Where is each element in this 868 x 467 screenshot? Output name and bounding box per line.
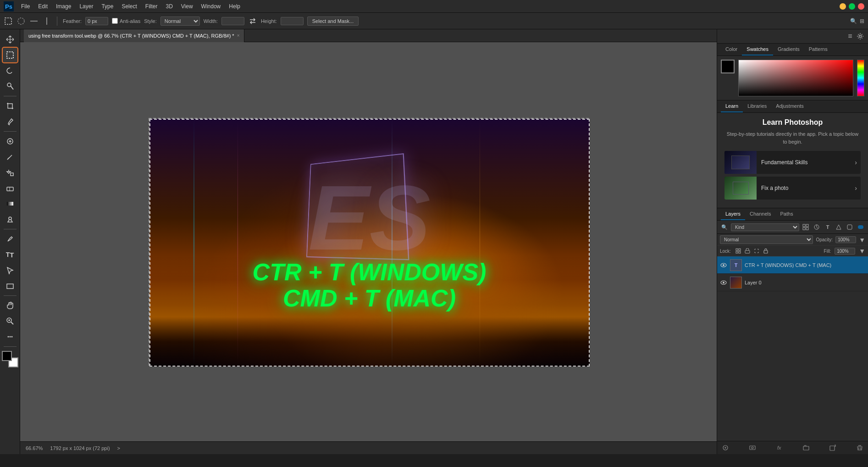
tool-crop[interactable] — [3, 99, 17, 113]
menu-filter[interactable]: Filter — [142, 2, 161, 11]
layer-item-0[interactable]: Layer 0 — [717, 274, 868, 291]
color-hue-bar[interactable] — [857, 60, 864, 96]
tool-eyedropper[interactable] — [3, 114, 17, 129]
feather-input[interactable] — [85, 17, 108, 25]
tool-lasso[interactable] — [3, 63, 17, 78]
adjustment-filter-icon[interactable] — [812, 222, 821, 232]
layer-visibility-text[interactable] — [720, 261, 727, 269]
menu-file[interactable]: File — [17, 2, 33, 11]
tool-rectangle-shape[interactable] — [3, 278, 17, 293]
menu-image[interactable]: Image — [52, 2, 75, 11]
libraries-tab[interactable]: Libraries — [743, 100, 771, 112]
lock-all-icon[interactable] — [762, 247, 769, 255]
tool-zoom[interactable] — [3, 314, 17, 328]
panel-settings-icon[interactable] — [855, 31, 865, 41]
swatches-tab[interactable]: Swatches — [742, 44, 773, 56]
minimize-btn[interactable] — [840, 3, 846, 10]
gradients-tab[interactable]: Gradients — [773, 44, 804, 56]
tool-path-selection[interactable] — [3, 263, 17, 278]
adjustments-tab[interactable]: Adjustments — [771, 100, 808, 112]
tool-gradient[interactable] — [3, 196, 17, 211]
layer-visibility-0[interactable] — [720, 279, 727, 286]
tool-icon-ellipse-marquee[interactable] — [17, 17, 26, 26]
tool-hand[interactable] — [3, 298, 17, 313]
maximize-btn[interactable] — [849, 3, 855, 10]
anti-alias-checkbox[interactable] — [112, 18, 118, 24]
height-input[interactable] — [281, 17, 304, 25]
swap-icon[interactable] — [248, 17, 257, 26]
select-and-mask-button[interactable]: Select and Mask... — [307, 17, 359, 26]
patterns-tab[interactable]: Patterns — [804, 44, 832, 56]
layer-item-text[interactable]: T CTR + T (WINDOWS) CMD + T (MAC) — [717, 256, 868, 274]
menu-view[interactable]: View — [177, 2, 197, 11]
shape-filter-icon[interactable] — [834, 222, 843, 232]
menu-3d[interactable]: 3D — [162, 2, 176, 11]
filter-layers-icon[interactable]: 🔍 — [720, 222, 729, 232]
menu-select[interactable]: Select — [118, 2, 140, 11]
tool-type[interactable]: T T — [3, 247, 17, 262]
lock-pixels-icon[interactable] — [735, 247, 742, 255]
panel-collapse-icon[interactable]: ≡ — [845, 31, 855, 41]
tool-clone[interactable] — [3, 165, 17, 180]
fill-input[interactable] — [835, 248, 855, 255]
menu-layer[interactable]: Layer — [76, 2, 97, 11]
close-btn[interactable] — [858, 3, 864, 10]
add-adjustment-icon[interactable] — [721, 443, 730, 452]
new-group-icon[interactable] — [802, 443, 811, 452]
fill-label: Fill: — [824, 249, 831, 254]
filter-toggle-icon[interactable] — [856, 222, 865, 232]
add-mask-icon[interactable] — [748, 443, 757, 452]
lock-artboard-icon[interactable] — [753, 247, 760, 255]
fg-color-box[interactable] — [2, 351, 12, 361]
kind-select[interactable]: Kind — [731, 223, 799, 231]
learn-card-fix-photo[interactable]: Fix a photo › — [724, 177, 861, 200]
paths-tab[interactable]: Paths — [776, 208, 798, 220]
menu-type[interactable]: Type — [98, 2, 117, 11]
learn-tab[interactable]: Learn — [721, 100, 743, 112]
type-filter-icon[interactable]: T — [823, 222, 832, 232]
canvas-wrapper: ES CTR + T (WINDOWS) CMD + T (MAC) — [149, 118, 589, 366]
tool-icon-single-row[interactable] — [29, 17, 39, 26]
tool-brush[interactable] — [3, 150, 17, 164]
color-tab[interactable]: Color — [721, 44, 742, 56]
foreground-color-swatch[interactable] — [721, 60, 735, 73]
tool-icon-rect-marquee[interactable] — [4, 17, 13, 26]
layers-tab[interactable]: Layers — [721, 208, 745, 220]
tool-eraser[interactable] — [3, 181, 17, 195]
channels-tab[interactable]: Channels — [745, 208, 775, 220]
tool-healing[interactable] — [3, 134, 17, 149]
tool-marquee[interactable] — [3, 48, 17, 62]
new-layer-icon[interactable] — [828, 443, 837, 452]
pixel-filter-icon[interactable] — [801, 222, 810, 232]
color-content — [717, 56, 868, 100]
status-arrow[interactable]: > — [117, 445, 120, 451]
tool-icon-single-col[interactable] — [42, 17, 51, 26]
delete-layer-icon[interactable] — [855, 443, 864, 452]
tool-dodge[interactable] — [3, 212, 17, 227]
tool-extra[interactable] — [3, 329, 17, 344]
learn-card-fundamental[interactable]: Fundamental Skills › — [724, 151, 861, 174]
workspace-icon[interactable]: ⊞ — [860, 18, 864, 24]
width-input[interactable] — [221, 17, 244, 25]
search-icon[interactable]: 🔍 — [850, 18, 857, 24]
tool-pen[interactable] — [3, 232, 17, 246]
menu-edit[interactable]: Edit — [34, 2, 51, 11]
blend-mode-select[interactable]: Normal Dissolve Multiply Screen Overlay — [720, 235, 813, 244]
color-gradient-picker[interactable] — [738, 60, 853, 96]
document-tab[interactable]: using free transform tool.webp @ 66.7% (… — [24, 29, 244, 42]
tab-close-icon[interactable]: × — [237, 33, 240, 38]
smart-obj-filter-icon[interactable] — [845, 222, 854, 232]
style-select[interactable]: Normal Fixed Ratio Fixed Size — [160, 17, 200, 26]
fundamental-thumb — [724, 151, 757, 174]
opacity-arrow[interactable]: ▼ — [859, 236, 865, 244]
tool-magic-wand[interactable] — [3, 79, 17, 94]
opacity-input[interactable] — [835, 236, 856, 243]
lock-position-icon[interactable] — [744, 247, 751, 255]
menu-window[interactable]: Window — [198, 2, 225, 11]
canvas-scroll[interactable]: ES CTR + T (WINDOWS) CMD + T (MAC) — [20, 42, 717, 441]
tool-move[interactable] — [3, 32, 17, 47]
fill-arrow[interactable]: ▼ — [859, 247, 865, 255]
add-layer-style-icon[interactable]: fx — [774, 443, 784, 452]
menu-help[interactable]: Help — [225, 2, 244, 11]
svg-rect-45 — [830, 446, 835, 450]
